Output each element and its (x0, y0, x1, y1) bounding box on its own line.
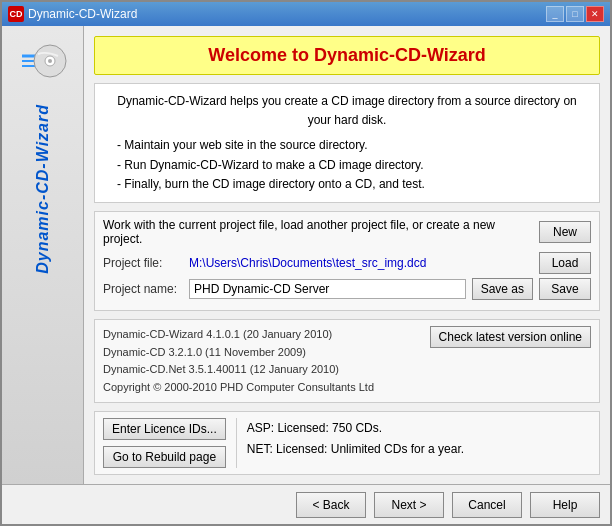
footer: < Back Next > Cancel Help (2, 484, 610, 524)
version-line-3: Dynamic-CD.Net 3.5.1.40011 (12 January 2… (103, 361, 420, 379)
save-as-button[interactable]: Save as (472, 278, 533, 300)
app-icon: CD (8, 6, 24, 22)
feature-item-1: Maintain your web site in the source dir… (117, 136, 587, 155)
main-content: Welcome to Dynamic-CD-Wizard Dynamic-CD-… (84, 26, 610, 484)
licence-buttons: Enter Licence IDs... Go to Rebuild page (103, 418, 226, 468)
description-box: Dynamic-CD-Wizard helps you create a CD … (94, 83, 600, 203)
close-button[interactable]: ✕ (586, 6, 604, 22)
feature-item-2: Run Dynamic-CD-Wizard to make a CD image… (117, 156, 587, 175)
title-bar: CD Dynamic-CD-Wizard _ □ ✕ (2, 2, 610, 26)
file-label: Project file: (103, 256, 183, 270)
back-button[interactable]: < Back (296, 492, 366, 518)
sidebar-app-name: Dynamic-CD-Wizard (34, 104, 52, 274)
feature-item-3: Finally, burn the CD image directory ont… (117, 175, 587, 194)
asp-licence: ASP: Licensed: 750 CDs. (247, 418, 591, 438)
rebuild-page-button[interactable]: Go to Rebuild page (103, 446, 226, 468)
work-row: Work with the current project file, load… (103, 218, 591, 246)
sidebar: Dynamic-CD-Wizard (2, 26, 84, 484)
file-row: Project file: M:\Users\Chris\Documents\t… (103, 252, 591, 274)
main-window: CD Dynamic-CD-Wizard _ □ ✕ (0, 0, 612, 526)
feature-list: Maintain your web site in the source dir… (107, 136, 587, 194)
welcome-banner: Welcome to Dynamic-CD-Wizard (94, 36, 600, 75)
version-line-4: Copyright © 2000-2010 PHD Computer Consu… (103, 379, 420, 397)
licence-box: Enter Licence IDs... Go to Rebuild page … (94, 411, 600, 475)
next-button[interactable]: Next > (374, 492, 444, 518)
save-button[interactable]: Save (539, 278, 591, 300)
cancel-button[interactable]: Cancel (452, 492, 522, 518)
project-name-input[interactable] (189, 279, 466, 299)
enter-licence-button[interactable]: Enter Licence IDs... (103, 418, 226, 440)
cd-logo-icon (18, 36, 68, 86)
minimize-button[interactable]: _ (546, 6, 564, 22)
window-controls: _ □ ✕ (546, 6, 604, 22)
version-line-1: Dynamic-CD-Wizard 4.1.0.1 (20 January 20… (103, 326, 420, 344)
window-title: Dynamic-CD-Wizard (28, 7, 546, 21)
work-description: Work with the current project file, load… (103, 218, 533, 246)
content-area: Dynamic-CD-Wizard Welcome to Dynamic-CD-… (2, 26, 610, 484)
project-box: Work with the current project file, load… (94, 211, 600, 311)
check-version-button[interactable]: Check latest version online (430, 326, 591, 348)
welcome-title: Welcome to Dynamic-CD-Wizard (103, 45, 591, 66)
version-info: Dynamic-CD-Wizard 4.1.0.1 (20 January 20… (103, 326, 420, 396)
load-button[interactable]: Load (539, 252, 591, 274)
name-label: Project name: (103, 282, 183, 296)
help-button[interactable]: Help (530, 492, 600, 518)
net-licence: NET: Licensed: Unlimited CDs for a year. (247, 439, 591, 459)
new-button[interactable]: New (539, 221, 591, 243)
licence-info: ASP: Licensed: 750 CDs. NET: Licensed: U… (236, 418, 591, 468)
description-main: Dynamic-CD-Wizard helps you create a CD … (107, 92, 587, 130)
version-box: Dynamic-CD-Wizard 4.1.0.1 (20 January 20… (94, 319, 600, 403)
name-row: Project name: Save as Save (103, 278, 591, 300)
maximize-button[interactable]: □ (566, 6, 584, 22)
version-line-2: Dynamic-CD 3.2.1.0 (11 November 2009) (103, 344, 420, 362)
svg-point-5 (48, 59, 52, 63)
file-value: M:\Users\Chris\Documents\test_src_img.dc… (189, 256, 533, 270)
